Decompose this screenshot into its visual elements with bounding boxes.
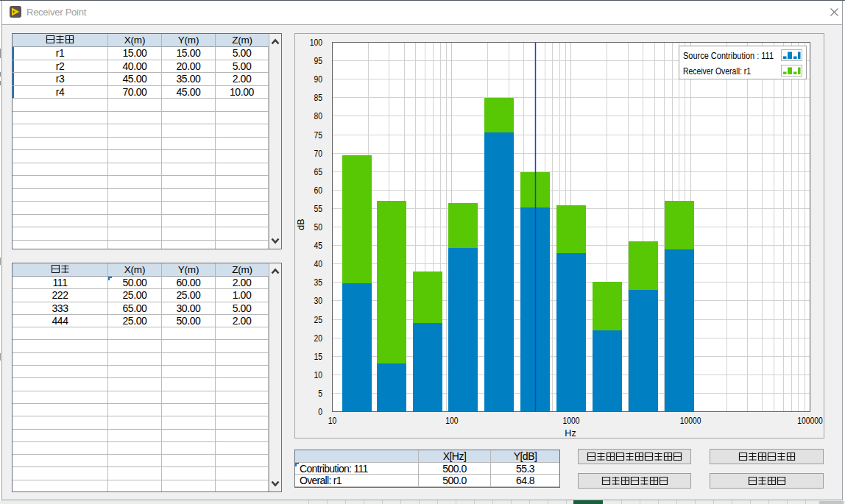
svg-text:15: 15 [314, 352, 323, 362]
svg-text:35: 35 [314, 277, 323, 288]
svg-text:100: 100 [310, 38, 322, 48]
svg-text:100: 100 [445, 416, 458, 426]
svg-text:85: 85 [314, 93, 323, 103]
svg-text:100000: 100000 [797, 416, 823, 426]
svg-text:1000: 1000 [562, 416, 579, 426]
svg-text:Source Contribution : 111: Source Contribution : 111 [683, 51, 774, 61]
svg-text:40: 40 [314, 259, 323, 269]
svg-text:55: 55 [314, 204, 323, 214]
svg-text:5: 5 [318, 388, 322, 399]
svg-text:80: 80 [314, 111, 323, 121]
svg-text:0: 0 [318, 407, 322, 417]
svg-text:75: 75 [314, 130, 323, 141]
svg-text:50: 50 [314, 222, 323, 233]
svg-text:90: 90 [314, 74, 323, 85]
svg-text:70: 70 [314, 149, 323, 159]
svg-text:30: 30 [314, 296, 323, 306]
svg-text:10: 10 [328, 416, 337, 426]
svg-text:45: 45 [314, 241, 323, 251]
svg-text:95: 95 [314, 56, 323, 66]
svg-text:Receiver Overall: r1: Receiver Overall: r1 [683, 66, 751, 77]
svg-text:dB: dB [296, 219, 306, 230]
svg-text:10000: 10000 [680, 416, 701, 426]
svg-text:Hz: Hz [565, 428, 576, 438]
svg-text:10: 10 [314, 370, 323, 380]
svg-text:60: 60 [314, 185, 323, 196]
svg-text:20: 20 [314, 333, 323, 344]
svg-text:65: 65 [314, 167, 323, 177]
svg-text:25: 25 [314, 315, 323, 325]
